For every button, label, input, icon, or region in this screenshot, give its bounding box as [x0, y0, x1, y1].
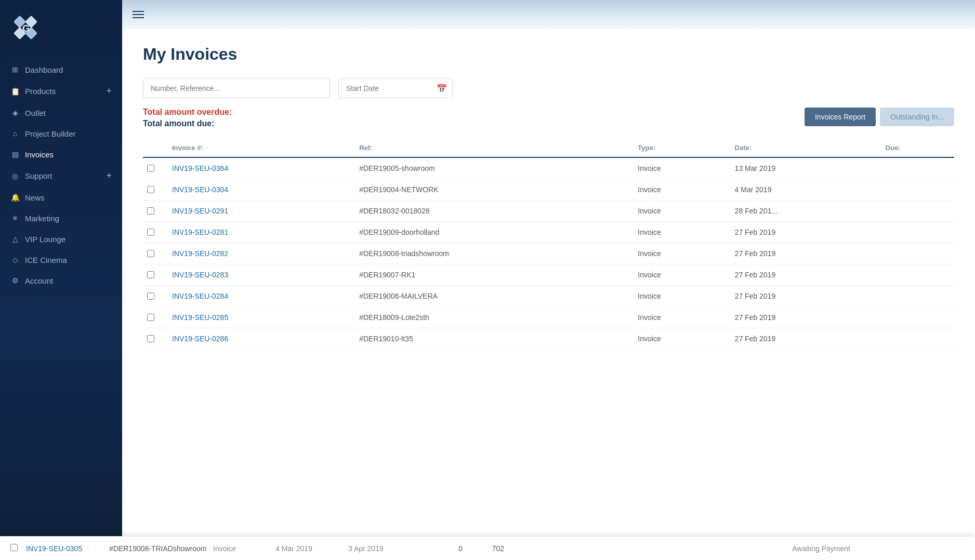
table-header-row: Invoice #: Ref: Type: Date: Due: [143, 139, 954, 157]
row-checkbox[interactable] [147, 314, 154, 321]
chat-icon: ◎ [10, 171, 20, 181]
tag-icon: ◈ [10, 108, 20, 117]
sidebar-item-label: Support [25, 171, 52, 180]
sidebar-item-label: Account [25, 276, 53, 285]
col-date: Date: [729, 139, 879, 157]
tooltip-invoice-link[interactable]: INV19-SEU-0305 [26, 544, 82, 553]
row-checkbox-cell [143, 243, 166, 264]
row-type: Invoice [631, 157, 728, 179]
tooltip-ref: #DER19008-TRIADshowroom [109, 544, 213, 553]
sidebar-item-marketing[interactable]: ✳ Marketing [0, 208, 122, 229]
sidebar-navigation: ⊞ Dashboard 📋 Products + ◈ Outlet ⌂ Proj… [0, 54, 122, 296]
start-date-input[interactable] [339, 79, 452, 98]
sidebar-item-support[interactable]: ◎ Support + [0, 165, 122, 187]
hamburger-line-3 [133, 17, 144, 18]
row-checkbox[interactable] [147, 250, 154, 257]
page-content: My Invoices 📅 Total amount overdue: Tota… [122, 29, 975, 560]
top-header [122, 0, 975, 29]
row-date: 27 Feb 2019 [729, 264, 879, 286]
support-expand-icon[interactable]: + [106, 170, 112, 181]
row-checkbox[interactable] [147, 292, 154, 300]
table-row: INV19-SEU-0364 #DER19005-showroom Invoic… [143, 157, 954, 179]
sidebar-item-label: News [25, 193, 45, 202]
col-invoice-number: Invoice #: [166, 139, 353, 157]
invoice-id-link[interactable]: INV19-SEU-0281 [172, 228, 228, 236]
book-icon: 📋 [10, 87, 20, 96]
invoice-id-link[interactable]: INV19-SEU-0285 [172, 313, 228, 322]
row-due [879, 179, 954, 201]
col-due: Due: [879, 139, 954, 157]
row-checkbox[interactable] [147, 229, 154, 236]
row-due [879, 264, 954, 286]
row-checkbox[interactable] [147, 271, 154, 278]
row-due [879, 201, 954, 222]
sidebar-item-vip-lounge[interactable]: △ VIP Lounge [0, 229, 122, 249]
sidebar-item-account[interactable]: ⚙ Account [0, 270, 122, 291]
sidebar-item-label: Invoices [25, 150, 54, 159]
invoice-id-link[interactable]: INV19-SEU-0364 [172, 164, 228, 172]
invoice-id-link[interactable]: INV19-SEU-0291 [172, 207, 228, 215]
invoice-id-link[interactable]: INV19-SEU-0284 [172, 292, 228, 300]
outstanding-invoices-button[interactable]: Outstanding In... [880, 108, 954, 126]
sidebar-item-label: VIP Lounge [25, 235, 65, 244]
invoices-report-button[interactable]: Invoices Report [805, 108, 876, 126]
invoice-id-link[interactable]: INV19-SEU-0282 [172, 249, 228, 258]
sidebar-item-products[interactable]: 📋 Products + [0, 80, 122, 102]
bell-icon: 🔔 [10, 193, 20, 202]
sidebar-item-outlet[interactable]: ◈ Outlet [0, 102, 122, 123]
row-invoice-id: INV19-SEU-0283 [166, 264, 353, 286]
tooltip-type: Invoice [213, 544, 275, 553]
row-type: Invoice [631, 222, 728, 243]
row-checkbox[interactable] [147, 186, 154, 193]
invoice-id-link[interactable]: INV19-SEU-0283 [172, 271, 228, 279]
row-ref: #DER19010-lt35 [353, 328, 631, 350]
table-row: INV19-SEU-0283 #DER19007-RK1 Invoice 27 … [143, 264, 954, 286]
row-type: Invoice [631, 307, 728, 328]
page-title: My Invoices [143, 45, 954, 64]
table-row: INV19-SEU-0304 #DER19004-NETWORK Invoice… [143, 179, 954, 201]
sidebar-item-label: Products [25, 87, 56, 96]
row-ref: #DER19007-RK1 [353, 264, 631, 286]
logo-container: G [0, 0, 122, 54]
col-type: Type: [631, 139, 728, 157]
row-invoice-id: INV19-SEU-0281 [166, 222, 353, 243]
sidebar-item-news[interactable]: 🔔 News [0, 187, 122, 208]
summary-row: Total amount overdue: Total amount due: … [143, 108, 954, 128]
sidebar-item-label: Marketing [25, 214, 59, 223]
row-ref: #DER18009-Lote2sth [353, 307, 631, 328]
row-checkbox-cell [143, 179, 166, 201]
row-ref: #DER19004-NETWORK [353, 179, 631, 201]
action-buttons: Invoices Report Outstanding In... [805, 108, 954, 126]
row-checkbox-cell [143, 264, 166, 286]
row-due [879, 286, 954, 307]
row-checkbox[interactable] [147, 335, 154, 342]
sidebar-item-label: Dashboard [25, 65, 63, 74]
tooltip-amount: 702 [463, 544, 504, 553]
row-due [879, 222, 954, 243]
row-invoice-id: INV19-SEU-0291 [166, 201, 353, 222]
table-row: INV19-SEU-0286 #DER19010-lt35 Invoice 27… [143, 328, 954, 350]
sidebar-item-invoices[interactable]: ▤ Invoices [0, 144, 122, 165]
row-date: 27 Feb 2019 [729, 307, 879, 328]
row-checkbox[interactable] [147, 165, 154, 172]
hamburger-menu-button[interactable] [133, 11, 144, 18]
triangle-icon: △ [10, 234, 20, 244]
row-checkbox[interactable] [147, 207, 154, 215]
search-input[interactable] [143, 78, 330, 98]
invoice-id-link[interactable]: INV19-SEU-0286 [172, 335, 228, 343]
invoice-id-link[interactable]: INV19-SEU-0304 [172, 185, 228, 194]
svg-text:G: G [22, 23, 30, 34]
invoice-tooltip-row: INV19-SEU-0305 #DER19008-TRIADshowroom I… [0, 536, 975, 560]
row-date: 13 Mar 2019 [729, 157, 879, 179]
row-ref: #DER19009-doorholland [353, 222, 631, 243]
products-expand-icon[interactable]: + [106, 86, 112, 97]
tooltip-row-checkbox[interactable] [10, 544, 18, 551]
sidebar-item-project-builder[interactable]: ⌂ Project Builder [0, 123, 122, 144]
table-row: INV19-SEU-0285 #DER18009-Lote2sth Invoic… [143, 307, 954, 328]
hamburger-line-1 [133, 11, 144, 12]
row-due [879, 243, 954, 264]
row-type: Invoice [631, 264, 728, 286]
tooltip-due: 3 Apr 2019 [348, 544, 421, 553]
sidebar-item-ice-cinema[interactable]: ◇ ICE Cinema [0, 249, 122, 270]
sidebar-item-dashboard[interactable]: ⊞ Dashboard [0, 59, 122, 80]
